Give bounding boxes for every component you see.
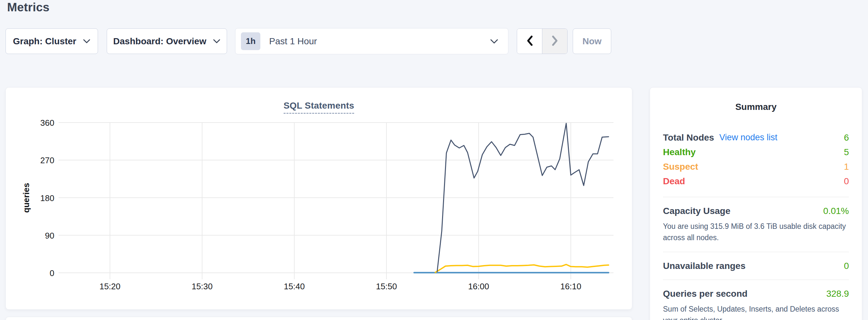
unavailable-ranges-section: Unavailable ranges 0 — [663, 252, 849, 271]
svg-text:16:00: 16:00 — [468, 282, 489, 291]
total-nodes-row: Total Nodes View nodes list 6 — [663, 130, 849, 145]
capacity-usage-description: You are using 315.9 MiB of 3.6 TiB usabl… — [663, 221, 849, 244]
page-title: Metrics — [7, 1, 50, 14]
total-nodes-value: 6 — [844, 132, 849, 143]
queries-per-second-value: 328.9 — [826, 289, 849, 299]
suspect-nodes-row: Suspect 1 — [663, 159, 849, 174]
chevron-down-icon — [213, 39, 221, 44]
sql-statements-chart[interactable]: 09018027036015:2015:3015:4015:5016:0016:… — [6, 116, 632, 309]
svg-text:15:30: 15:30 — [191, 282, 213, 291]
sql-statements-chart-panel: SQL Statements 09018027036015:2015:3015:… — [5, 87, 632, 310]
queries-per-second-label: Queries per second — [663, 289, 747, 299]
view-nodes-list-link[interactable]: View nodes list — [719, 132, 777, 142]
metrics-page: Metrics Graph: Cluster Dashboard: Overvi… — [0, 0, 868, 320]
healthy-label: Healthy — [663, 147, 695, 157]
svg-text:360: 360 — [40, 118, 54, 128]
healthy-value: 5 — [844, 147, 849, 157]
dead-nodes-row: Dead 0 — [663, 174, 849, 188]
queries-per-second-description: Sum of Selects, Updates, Inserts, and De… — [663, 303, 849, 320]
dashboard-dropdown[interactable]: Dashboard: Overview — [107, 28, 227, 54]
suspect-label: Suspect — [663, 162, 698, 172]
svg-text:90: 90 — [45, 231, 54, 241]
svg-text:15:20: 15:20 — [99, 282, 120, 291]
unavailable-ranges-value: 0 — [844, 261, 849, 271]
chevron-down-icon — [490, 39, 498, 44]
healthy-nodes-row: Healthy 5 — [663, 145, 849, 159]
svg-text:15:50: 15:50 — [376, 282, 397, 291]
svg-text:15:40: 15:40 — [284, 282, 305, 291]
previous-window-button[interactable] — [517, 29, 542, 54]
svg-text:0: 0 — [50, 268, 54, 278]
capacity-usage-section: Capacity Usage 0.01% You are using 315.9… — [663, 197, 849, 244]
now-button[interactable]: Now — [573, 28, 611, 54]
next-window-button[interactable] — [542, 29, 567, 54]
next-chart-panel-edge — [5, 317, 632, 320]
svg-text:270: 270 — [40, 156, 54, 165]
time-range-selector[interactable]: 1h Past 1 Hour — [235, 28, 508, 54]
time-window-nav — [517, 28, 567, 54]
svg-text:16:10: 16:10 — [560, 282, 581, 291]
chevron-left-icon — [526, 35, 533, 47]
graph-scope-dropdown[interactable]: Graph: Cluster — [5, 28, 98, 54]
summary-title: Summary — [663, 102, 849, 112]
chart-title-wrap: SQL Statements — [6, 100, 632, 114]
chevron-right-icon — [552, 35, 558, 47]
suspect-value: 1 — [844, 162, 849, 172]
capacity-usage-value: 0.01% — [824, 206, 849, 216]
queries-per-second-section: Queries per second 328.9 Sum of Selects,… — [663, 280, 849, 320]
summary-panel: Summary Total Nodes View nodes list 6 He… — [650, 87, 862, 320]
chart-title[interactable]: SQL Statements — [284, 100, 354, 114]
time-range-label: Past 1 Hour — [269, 36, 317, 46]
unavailable-ranges-label: Unavailable ranges — [663, 261, 745, 271]
graph-scope-dropdown-label: Graph: Cluster — [13, 36, 76, 46]
svg-text:180: 180 — [40, 193, 54, 203]
dashboard-dropdown-label: Dashboard: Overview — [113, 36, 206, 46]
capacity-usage-label: Capacity Usage — [663, 206, 731, 216]
dead-label: Dead — [663, 176, 685, 187]
chevron-down-icon — [83, 39, 91, 44]
time-range-badge: 1h — [241, 32, 260, 50]
svg-text:queries: queries — [21, 183, 31, 213]
total-nodes-label: Total Nodes — [663, 132, 714, 143]
node-status-rows: Total Nodes View nodes list 6 Healthy 5 … — [663, 130, 849, 188]
dead-value: 0 — [844, 176, 849, 187]
